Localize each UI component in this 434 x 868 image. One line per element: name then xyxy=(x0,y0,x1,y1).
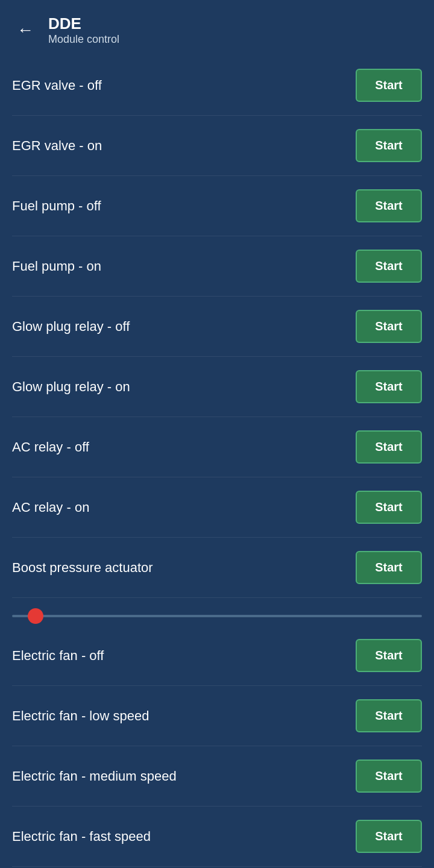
control-label-fuel-pump-off: Fuel pump - off xyxy=(12,198,356,214)
start-button-ac-relay-on[interactable]: Start xyxy=(356,491,422,524)
control-row-boost-pressure-actuator: Boost pressure actuatorStart xyxy=(12,538,422,598)
control-row-glow-plug-relay-on: Glow plug relay - onStart xyxy=(12,357,422,417)
back-button[interactable]: ← xyxy=(12,19,39,41)
header: ← DDE Module control xyxy=(0,0,434,55)
page-title: DDE xyxy=(48,14,119,33)
control-label-glow-plug-relay-off: Glow plug relay - off xyxy=(12,319,356,335)
control-row-fuel-pump-on: Fuel pump - onStart xyxy=(12,236,422,297)
start-button-electric-fan-off[interactable]: Start xyxy=(356,639,422,672)
start-button-electric-fan-low-speed[interactable]: Start xyxy=(356,699,422,732)
control-row-electric-fan-off: Electric fan - offStart xyxy=(12,626,422,686)
control-row-egr-valve-on: EGR valve - onStart xyxy=(12,116,422,176)
start-button-glow-plug-relay-off[interactable]: Start xyxy=(356,310,422,343)
control-row-egr-valve-off: EGR valve - offStart xyxy=(12,55,422,116)
start-button-fuel-pump-off[interactable]: Start xyxy=(356,189,422,222)
control-row-ac-relay-off: AC relay - offStart xyxy=(12,417,422,477)
control-label-egr-valve-off: EGR valve - off xyxy=(12,78,356,93)
control-row-electric-fan-medium-speed: Electric fan - medium speedStart xyxy=(12,746,422,807)
start-button-fuel-pump-on[interactable]: Start xyxy=(356,250,422,283)
control-label-electric-fan-low-speed: Electric fan - low speed xyxy=(12,708,356,724)
start-button-electric-fan-fast-speed[interactable]: Start xyxy=(356,820,422,853)
control-label-electric-fan-fast-speed: Electric fan - fast speed xyxy=(12,829,356,844)
control-label-electric-fan-off: Electric fan - off xyxy=(12,648,356,664)
control-label-boost-pressure-actuator: Boost pressure actuator xyxy=(12,560,356,576)
control-row-glow-plug-relay-off: Glow plug relay - offStart xyxy=(12,297,422,357)
start-button-electric-fan-medium-speed[interactable]: Start xyxy=(356,760,422,793)
control-row-electric-fan-low-speed: Electric fan - low speedStart xyxy=(12,686,422,746)
control-label-egr-valve-on: EGR valve - on xyxy=(12,138,356,154)
start-button-ac-relay-off[interactable]: Start xyxy=(356,430,422,464)
boost-pressure-slider[interactable] xyxy=(12,615,422,617)
start-button-boost-pressure-actuator[interactable]: Start xyxy=(356,551,422,584)
boost-pressure-slider-row xyxy=(12,598,422,626)
start-button-egr-valve-off[interactable]: Start xyxy=(356,69,422,102)
control-label-glow-plug-relay-on: Glow plug relay - on xyxy=(12,379,356,395)
start-button-egr-valve-on[interactable]: Start xyxy=(356,129,422,162)
control-label-ac-relay-off: AC relay - off xyxy=(12,439,356,455)
control-label-electric-fan-medium-speed: Electric fan - medium speed xyxy=(12,769,356,784)
control-row-ac-relay-on: AC relay - onStart xyxy=(12,477,422,538)
start-button-glow-plug-relay-on[interactable]: Start xyxy=(356,370,422,403)
control-label-fuel-pump-on: Fuel pump - on xyxy=(12,259,356,274)
controls-list: EGR valve - offStartEGR valve - onStartF… xyxy=(0,55,434,868)
page-subtitle: Module control xyxy=(48,33,119,46)
control-row-fuel-pump-off: Fuel pump - offStart xyxy=(12,176,422,236)
control-label-ac-relay-on: AC relay - on xyxy=(12,500,356,515)
control-row-electric-fan-fast-speed: Electric fan - fast speedStart xyxy=(12,807,422,867)
